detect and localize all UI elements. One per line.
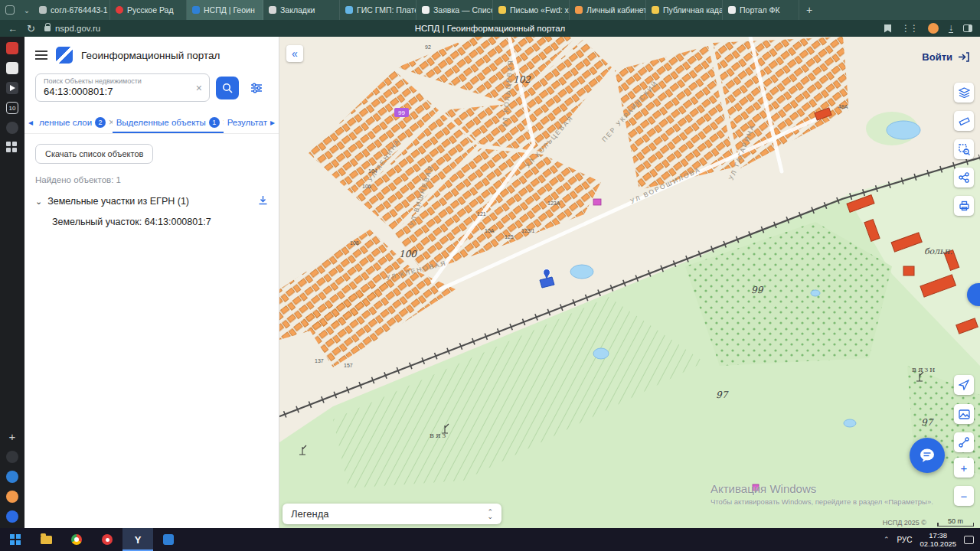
apps-grid-icon[interactable] — [6, 142, 18, 154]
tab-label: НСПД | Геоин — [204, 5, 255, 15]
print-button[interactable] — [954, 196, 974, 216]
search-value: 64:13:000801:7 — [44, 86, 189, 97]
browser-tab[interactable]: Личный кабинет — [570, 0, 646, 20]
taskbar-app-yandex-active[interactable]: Y — [122, 528, 153, 551]
download-group-icon[interactable] — [258, 195, 268, 207]
zoom-in-button[interactable]: + — [954, 458, 974, 478]
svg-text:больн.: больн. — [924, 246, 952, 256]
start-button[interactable] — [0, 528, 31, 551]
tab-added-layers[interactable]: ленные слои 2 × — [35, 112, 113, 133]
legend-expand-icon[interactable]: ⌃⌄ — [487, 510, 493, 519]
profile-avatar[interactable] — [928, 23, 939, 34]
geoportal-sidebar: Геоинформационный портал Поиск Объекты н… — [24, 37, 279, 528]
tray-expand-icon[interactable]: ⌃ — [884, 536, 890, 543]
layers-button[interactable] — [954, 83, 974, 103]
taskbar-app-browser[interactable] — [61, 528, 92, 551]
service-icon-blue[interactable] — [6, 471, 18, 483]
svg-text:157: 157 — [344, 363, 353, 368]
search-button[interactable] — [216, 77, 239, 99]
svg-text:137: 137 — [315, 358, 324, 364]
play-icon[interactable] — [6, 82, 18, 94]
add-service-icon[interactable]: + — [6, 430, 18, 443]
printer-icon — [959, 201, 970, 211]
browser-tab[interactable]: ГИС ГМП: Плате — [340, 0, 416, 20]
legend-label: Легенда — [291, 508, 328, 520]
red-circle-icon — [102, 534, 113, 545]
side-panel-icon[interactable] — [963, 24, 972, 32]
browser-address-bar: ← ↻ nspd.gov.ru НСПД | Геоинформационный… — [0, 20, 980, 37]
svg-text:97: 97 — [921, 417, 934, 428]
login-button[interactable]: Войти — [922, 51, 969, 63]
reload-icon[interactable]: ↻ — [27, 23, 35, 34]
browser-tab[interactable]: Публичная кадас — [646, 0, 723, 20]
tab-list-chevron-icon[interactable]: ⌄ — [20, 0, 34, 20]
folder-icon — [41, 536, 52, 544]
browser-tab[interactable]: Портал ФК — [723, 0, 799, 20]
browser-tab[interactable]: Русское Рад — [110, 0, 187, 20]
taskbar-clock[interactable]: 17:38 02.10.2025 — [920, 531, 956, 548]
search-icon — [222, 83, 233, 93]
url-field[interactable]: nspd.gov.ru — [44, 24, 100, 33]
svg-text:15А: 15А — [485, 228, 495, 233]
legend-bar[interactable]: Легенда ⌃⌄ — [283, 504, 501, 524]
tab-label: Выделенные объекты — [116, 118, 206, 127]
tab-label: Публичная кадас — [663, 5, 723, 15]
documents-icon[interactable] — [6, 62, 18, 74]
browser-tab[interactable]: Заявка — Списо — [416, 0, 493, 20]
taskbar-app-blue[interactable] — [153, 528, 184, 551]
tabs-scroll-left-icon[interactable]: ◂ — [26, 117, 35, 128]
svg-text:123А: 123А — [547, 201, 560, 206]
map-pane[interactable]: 99 УЛ ЛЕНИНА УЛ ВИШНЕВАЯ УЛ КОЛЬЦЕВАЯ УЛ… — [279, 37, 980, 528]
service-icon-dark[interactable] — [6, 451, 18, 463]
chevron-down-icon[interactable]: ⌄ — [35, 197, 42, 207]
route-button[interactable] — [954, 432, 974, 452]
search-input[interactable]: Поиск Объекты недвижимости 64:13:000801:… — [35, 73, 210, 102]
tab-favicon — [269, 6, 276, 14]
chat-button[interactable] — [910, 438, 945, 473]
filter-button[interactable] — [245, 77, 268, 99]
hamburger-menu-icon[interactable] — [35, 54, 47, 56]
browser-tab[interactable]: согл-6764443-1 о — [34, 0, 110, 20]
screenshot-icon[interactable] — [6, 122, 18, 134]
tab-favicon — [39, 6, 47, 14]
tab-favicon — [652, 6, 659, 14]
measure-button[interactable] — [954, 111, 974, 131]
mail-icon[interactable] — [6, 510, 18, 523]
downloads-icon[interactable]: ↓ — [949, 24, 953, 33]
clear-search-icon[interactable]: × — [196, 83, 202, 93]
share-icon — [959, 172, 969, 183]
tab-label: согл-6764443-1 о — [51, 5, 110, 15]
download-object-list-button[interactable]: Скачать список объектов — [35, 144, 153, 164]
more-menu-icon[interactable]: ⋮⋮ — [901, 23, 918, 34]
map-canvas[interactable]: 99 УЛ ЛЕНИНА УЛ ВИШНЕВАЯ УЛ КОЛЬЦЕВАЯ УЛ… — [279, 37, 980, 528]
parcel-list-item[interactable]: Земельный участок: 64:13:000801:7 — [24, 207, 279, 227]
browser-side-rail: 10 + — [0, 37, 24, 528]
bookmark-flag-icon[interactable] — [884, 24, 891, 33]
share-button[interactable] — [954, 168, 974, 187]
egrn-group-row[interactable]: ⌄ Земельные участки из ЕГРН (1) — [24, 184, 279, 207]
scale-bar: 50 m — [937, 517, 974, 527]
taskbar-app-explorer[interactable] — [31, 528, 61, 551]
yandex-app-icon[interactable] — [6, 42, 18, 54]
tabs-scroll-right-icon[interactable]: ▸ — [268, 117, 277, 128]
counter-badge[interactable]: 10 — [6, 102, 18, 114]
area-search-button[interactable] — [954, 139, 974, 159]
notification-center-icon[interactable] — [964, 536, 974, 544]
browser-tab[interactable]: Письмо «Fwd: хо — [493, 0, 570, 20]
image-icon — [959, 409, 970, 419]
browser-tab[interactable]: Закладки — [263, 0, 340, 20]
tab-selected-objects[interactable]: Выделенные объекты 1 × — [113, 112, 224, 133]
browser-menu-button[interactable] — [0, 0, 20, 20]
language-indicator[interactable]: РУС — [897, 536, 912, 544]
system-tray: ⌃ РУС 17:38 02.10.2025 — [884, 531, 980, 548]
back-icon[interactable]: ← — [8, 23, 18, 34]
smiley-icon[interactable] — [6, 491, 18, 503]
tab-results[interactable]: Результат — [224, 112, 268, 132]
basemap-button[interactable] — [954, 404, 974, 424]
geolocation-button[interactable] — [954, 375, 974, 395]
new-tab-button[interactable]: + — [799, 0, 819, 20]
found-count-text: Найдено объектов: 1 — [24, 164, 279, 184]
taskbar-app-music[interactable] — [92, 528, 122, 551]
collapse-sidebar-button[interactable]: « — [286, 45, 303, 62]
browser-tab-active[interactable]: НСПД | Геоин — [187, 0, 263, 20]
